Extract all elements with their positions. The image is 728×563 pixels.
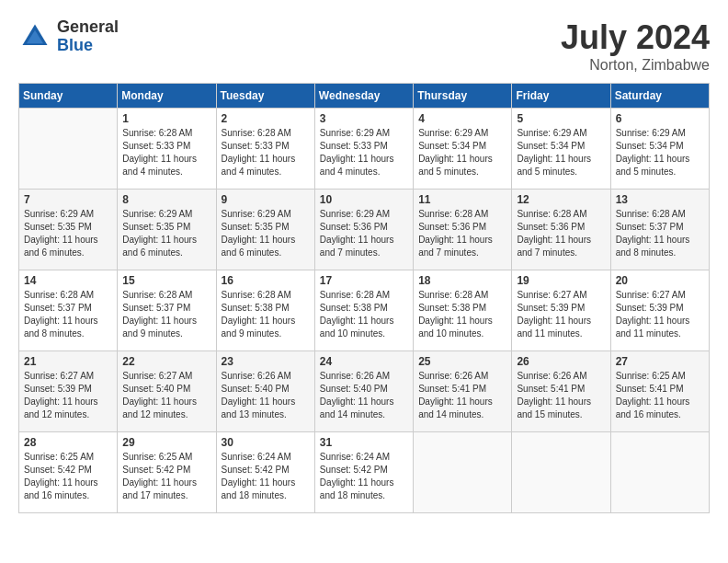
calendar-header-row: SundayMondayTuesdayWednesdayThursdayFrid… — [19, 84, 710, 109]
calendar-cell — [414, 432, 512, 513]
cell-content: Sunrise: 6:25 AMSunset: 5:42 PMDaylight:… — [122, 451, 210, 502]
calendar-cell: 31Sunrise: 6:24 AMSunset: 5:42 PMDayligh… — [314, 432, 413, 513]
calendar-cell: 10Sunrise: 6:29 AMSunset: 5:36 PMDayligh… — [314, 190, 413, 270]
day-number: 6 — [616, 112, 704, 125]
page-header: General Blue July 2024 Norton, Zimbabwe — [18, 18, 710, 74]
day-header-wednesday: Wednesday — [314, 84, 413, 109]
calendar-cell — [610, 432, 709, 513]
cell-content: Sunrise: 6:28 AMSunset: 5:36 PMDaylight:… — [418, 208, 506, 259]
day-number: 28 — [24, 436, 112, 449]
cell-content: Sunrise: 6:29 AMSunset: 5:36 PMDaylight:… — [320, 208, 408, 259]
day-number: 3 — [320, 112, 408, 125]
cell-content: Sunrise: 6:28 AMSunset: 5:33 PMDaylight:… — [222, 127, 310, 178]
logo-general: General — [57, 18, 119, 37]
day-header-tuesday: Tuesday — [216, 84, 314, 109]
calendar-cell: 2Sunrise: 6:28 AMSunset: 5:33 PMDaylight… — [216, 109, 314, 190]
title-block: July 2024 Norton, Zimbabwe — [561, 18, 710, 74]
cell-content: Sunrise: 6:28 AMSunset: 5:38 PMDaylight:… — [320, 289, 408, 340]
cell-content: Sunrise: 6:26 AMSunset: 5:41 PMDaylight:… — [418, 370, 506, 421]
day-number: 26 — [517, 355, 605, 368]
logo-blue: Blue — [57, 37, 119, 55]
calendar-cell: 24Sunrise: 6:26 AMSunset: 5:40 PMDayligh… — [314, 351, 413, 432]
cell-content: Sunrise: 6:26 AMSunset: 5:41 PMDaylight:… — [517, 370, 605, 421]
day-number: 27 — [616, 355, 704, 368]
calendar-cell: 9Sunrise: 6:29 AMSunset: 5:35 PMDaylight… — [216, 190, 314, 270]
calendar-cell: 4Sunrise: 6:29 AMSunset: 5:34 PMDaylight… — [414, 109, 512, 190]
calendar-cell: 12Sunrise: 6:28 AMSunset: 5:36 PMDayligh… — [512, 190, 610, 270]
calendar-cell: 30Sunrise: 6:24 AMSunset: 5:42 PMDayligh… — [216, 432, 314, 513]
cell-content: Sunrise: 6:24 AMSunset: 5:42 PMDaylight:… — [222, 451, 310, 502]
day-number: 16 — [222, 274, 310, 287]
cell-content: Sunrise: 6:27 AMSunset: 5:40 PMDaylight:… — [122, 370, 210, 421]
calendar-cell: 22Sunrise: 6:27 AMSunset: 5:40 PMDayligh… — [118, 351, 216, 432]
calendar-cell: 14Sunrise: 6:28 AMSunset: 5:37 PMDayligh… — [19, 270, 118, 351]
calendar-week-row: 28Sunrise: 6:25 AMSunset: 5:42 PMDayligh… — [19, 432, 710, 513]
calendar-cell: 15Sunrise: 6:28 AMSunset: 5:37 PMDayligh… — [118, 270, 216, 351]
day-number: 8 — [122, 193, 210, 206]
day-number: 11 — [418, 193, 506, 206]
calendar-cell: 20Sunrise: 6:27 AMSunset: 5:39 PMDayligh… — [610, 270, 709, 351]
cell-content: Sunrise: 6:28 AMSunset: 5:38 PMDaylight:… — [222, 289, 310, 340]
day-number: 12 — [517, 193, 605, 206]
day-number: 29 — [122, 436, 210, 449]
day-header-saturday: Saturday — [610, 84, 709, 109]
calendar-cell: 28Sunrise: 6:25 AMSunset: 5:42 PMDayligh… — [19, 432, 118, 513]
day-number: 4 — [418, 112, 506, 125]
cell-content: Sunrise: 6:29 AMSunset: 5:35 PMDaylight:… — [24, 208, 112, 259]
day-number: 14 — [24, 274, 112, 287]
calendar-cell: 19Sunrise: 6:27 AMSunset: 5:39 PMDayligh… — [512, 270, 610, 351]
cell-content: Sunrise: 6:29 AMSunset: 5:34 PMDaylight:… — [418, 127, 506, 178]
calendar-cell: 26Sunrise: 6:26 AMSunset: 5:41 PMDayligh… — [512, 351, 610, 432]
calendar-cell — [19, 109, 118, 190]
calendar-cell: 8Sunrise: 6:29 AMSunset: 5:35 PMDaylight… — [118, 190, 216, 270]
day-number: 24 — [320, 355, 408, 368]
logo: General Blue — [18, 18, 119, 55]
day-number: 5 — [517, 112, 605, 125]
calendar-cell: 18Sunrise: 6:28 AMSunset: 5:38 PMDayligh… — [414, 270, 512, 351]
calendar-week-row: 14Sunrise: 6:28 AMSunset: 5:37 PMDayligh… — [19, 270, 710, 351]
calendar-cell: 7Sunrise: 6:29 AMSunset: 5:35 PMDaylight… — [19, 190, 118, 270]
day-number: 15 — [122, 274, 210, 287]
cell-content: Sunrise: 6:28 AMSunset: 5:37 PMDaylight:… — [24, 289, 112, 340]
day-number: 18 — [418, 274, 506, 287]
cell-content: Sunrise: 6:28 AMSunset: 5:37 PMDaylight:… — [122, 289, 210, 340]
calendar-cell: 23Sunrise: 6:26 AMSunset: 5:40 PMDayligh… — [216, 351, 314, 432]
cell-content: Sunrise: 6:28 AMSunset: 5:33 PMDaylight:… — [122, 127, 210, 178]
day-header-sunday: Sunday — [19, 84, 118, 109]
cell-content: Sunrise: 6:27 AMSunset: 5:39 PMDaylight:… — [517, 289, 605, 340]
cell-content: Sunrise: 6:29 AMSunset: 5:34 PMDaylight:… — [517, 127, 605, 178]
cell-content: Sunrise: 6:29 AMSunset: 5:33 PMDaylight:… — [320, 127, 408, 178]
day-number: 30 — [222, 436, 310, 449]
day-number: 19 — [517, 274, 605, 287]
calendar-cell: 6Sunrise: 6:29 AMSunset: 5:34 PMDaylight… — [610, 109, 709, 190]
cell-content: Sunrise: 6:26 AMSunset: 5:40 PMDaylight:… — [222, 370, 310, 421]
calendar-table: SundayMondayTuesdayWednesdayThursdayFrid… — [18, 83, 710, 513]
day-number: 9 — [222, 193, 310, 206]
logo-text: General Blue — [57, 18, 119, 55]
calendar-cell: 29Sunrise: 6:25 AMSunset: 5:42 PMDayligh… — [118, 432, 216, 513]
calendar-week-row: 1Sunrise: 6:28 AMSunset: 5:33 PMDaylight… — [19, 109, 710, 190]
day-number: 23 — [222, 355, 310, 368]
cell-content: Sunrise: 6:29 AMSunset: 5:34 PMDaylight:… — [616, 127, 704, 178]
cell-content: Sunrise: 6:24 AMSunset: 5:42 PMDaylight:… — [320, 451, 408, 502]
calendar-cell: 27Sunrise: 6:25 AMSunset: 5:41 PMDayligh… — [610, 351, 709, 432]
day-number: 17 — [320, 274, 408, 287]
day-number: 20 — [616, 274, 704, 287]
calendar-week-row: 7Sunrise: 6:29 AMSunset: 5:35 PMDaylight… — [19, 190, 710, 270]
location: Norton, Zimbabwe — [561, 57, 710, 74]
calendar-cell: 21Sunrise: 6:27 AMSunset: 5:39 PMDayligh… — [19, 351, 118, 432]
day-number: 1 — [122, 112, 210, 125]
calendar-cell — [512, 432, 610, 513]
calendar-cell: 25Sunrise: 6:26 AMSunset: 5:41 PMDayligh… — [414, 351, 512, 432]
day-number: 10 — [320, 193, 408, 206]
cell-content: Sunrise: 6:27 AMSunset: 5:39 PMDaylight:… — [24, 370, 112, 421]
calendar-cell: 3Sunrise: 6:29 AMSunset: 5:33 PMDaylight… — [314, 109, 413, 190]
month-title: July 2024 — [561, 18, 710, 57]
cell-content: Sunrise: 6:28 AMSunset: 5:36 PMDaylight:… — [517, 208, 605, 259]
cell-content: Sunrise: 6:27 AMSunset: 5:39 PMDaylight:… — [616, 289, 704, 340]
day-number: 13 — [616, 193, 704, 206]
calendar-cell: 13Sunrise: 6:28 AMSunset: 5:37 PMDayligh… — [610, 190, 709, 270]
calendar-cell: 16Sunrise: 6:28 AMSunset: 5:38 PMDayligh… — [216, 270, 314, 351]
day-number: 25 — [418, 355, 506, 368]
cell-content: Sunrise: 6:25 AMSunset: 5:41 PMDaylight:… — [616, 370, 704, 421]
